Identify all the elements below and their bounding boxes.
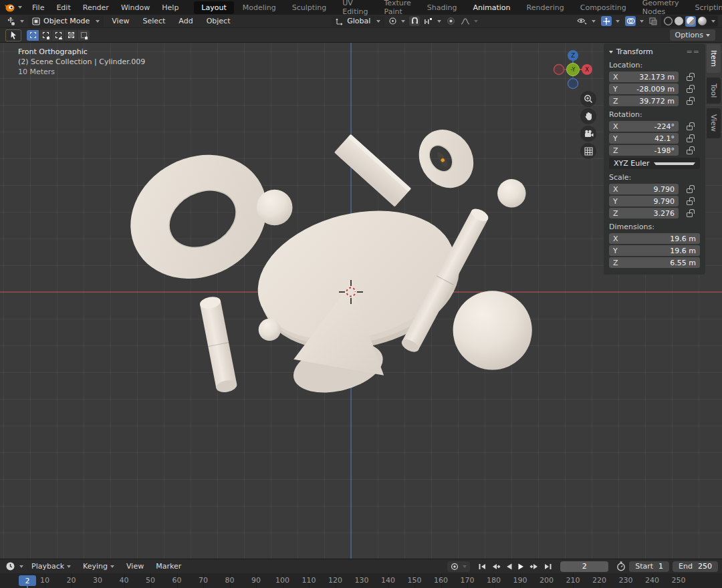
current-frame-marker[interactable]: 2 [19,575,36,586]
panel-drag-handle[interactable]: == [687,47,700,56]
gizmo-z-neg-axis[interactable] [568,79,578,89]
lock-open-icon[interactable] [687,188,693,193]
workspace-tab-rendering[interactable]: Rendering [519,1,572,14]
select-invert-button[interactable] [65,30,77,41]
snap-magnet-toggle[interactable] [409,16,420,26]
navigation-gizmo[interactable]: Z X -Y [552,48,594,91]
shading-solid-icon[interactable] [675,17,683,25]
rotation-z-field[interactable]: Z-198° [609,145,679,156]
current-frame-field[interactable]: 2 [560,561,608,572]
workspace-tab-layout[interactable]: Layout [194,1,233,14]
sphere-upper[interactable] [257,190,293,226]
shading-wireframe-icon[interactable] [664,17,673,25]
pivot-point-dropdown[interactable] [387,16,406,26]
rotation-x-field[interactable]: X-224° [609,121,679,132]
xray-toggle[interactable] [648,16,658,26]
editor-type-button[interactable] [4,16,25,27]
select-extend-button[interactable] [39,30,51,41]
gizmos-dropdown[interactable] [600,15,621,27]
lock-open-icon[interactable] [687,212,693,217]
lock-open-icon[interactable] [687,150,693,154]
select-set-button[interactable] [27,30,39,41]
menu-playback[interactable]: Playback [26,562,76,571]
sphere-right[interactable] [497,179,525,207]
camera-view-button[interactable] [580,126,596,142]
rotation-mode-dropdown[interactable]: XYZ Euler [609,158,700,169]
menu-view[interactable]: View [106,17,134,25]
zoom-button[interactable] [580,91,596,107]
sphere-large[interactable] [453,291,532,370]
shading-material-icon[interactable] [687,17,695,25]
workspace-tab-modeling[interactable]: Modeling [235,1,283,14]
tab-item[interactable]: Item [707,44,721,73]
lock-open-icon[interactable] [687,100,693,105]
menu-timeline-view[interactable]: View [121,562,149,571]
menu-object[interactable]: Object [201,17,236,25]
timeline-editor-type-button[interactable] [4,561,25,572]
menu-keying[interactable]: Keying [78,562,120,571]
box-slab[interactable] [334,134,411,207]
lock-open-icon[interactable] [687,126,693,130]
cylinder-left[interactable] [199,295,237,394]
auto-keyframe-toggle[interactable] [447,561,470,572]
pan-hand-button[interactable] [580,108,596,124]
gizmo-x-neg-axis[interactable] [554,65,564,75]
next-keyframe-button[interactable] [529,563,539,571]
menu-file[interactable]: File [26,3,50,12]
tab-tool[interactable]: Tool [707,78,721,104]
lock-open-icon[interactable] [687,200,693,205]
scale-x-field[interactable]: X9.790 [609,184,679,194]
workspace-tab-animation[interactable]: Animation [465,1,517,14]
menu-add[interactable]: Add [173,17,198,25]
menu-marker[interactable]: Marker [150,562,187,571]
select-subtract-button[interactable] [52,30,64,41]
workspace-tab-compositing[interactable]: Compositing [573,1,634,14]
menu-select[interactable]: Select [137,17,170,25]
dimensions-x-field[interactable]: X19.6 m [609,233,700,244]
scale-z-field[interactable]: Z3.276 [609,208,679,218]
menu-edit[interactable]: Edit [50,3,76,12]
select-intersect-button[interactable] [78,30,90,41]
workspace-tab-sculpting[interactable]: Sculpting [285,1,334,14]
jump-to-end-button[interactable] [544,563,552,571]
workspace-tab-shading[interactable]: Shading [420,1,465,14]
sphere-tiny[interactable] [259,319,281,341]
location-z-field[interactable]: Z39.772 m [609,96,679,106]
overlays-dropdown[interactable] [624,15,645,27]
blender-logo-icon[interactable] [4,3,22,13]
torus-small[interactable] [408,120,485,198]
shading-rendered-icon[interactable] [698,17,707,25]
menu-window[interactable]: Window [115,3,156,12]
mode-dropdown[interactable]: Object Mode [28,16,104,27]
jump-to-start-button[interactable] [478,563,487,571]
tweak-tool-button[interactable] [5,29,21,41]
rotation-y-field[interactable]: Y42.1° [609,133,679,144]
show-object-types-dropdown[interactable] [576,16,597,26]
lock-open-icon[interactable] [687,76,693,81]
transform-panel-header[interactable]: Transform == [609,47,700,56]
play-reverse-button[interactable] [505,563,513,571]
prev-keyframe-button[interactable] [491,563,501,571]
proportional-falloff-dropdown[interactable] [459,17,479,26]
timeline-ruler[interactable]: 2 10203040506070809010011012013014015016… [0,573,722,588]
menu-help[interactable]: Help [156,3,185,12]
location-x-field[interactable]: X32.173 m [609,71,679,82]
lock-open-icon[interactable] [687,138,693,142]
scale-y-field[interactable]: Y9.790 [609,196,679,206]
frame-end-field[interactable]: End250 [673,561,718,572]
options-dropdown[interactable]: Options [670,29,715,41]
location-y-field[interactable]: Y-28.009 m [609,84,679,94]
play-button[interactable] [517,563,525,571]
dimensions-z-field[interactable]: Z6.55 m [609,257,700,268]
tab-view[interactable]: View [707,108,721,138]
perspective-ortho-button[interactable] [580,143,596,159]
viewport-3d[interactable]: Front Orthographic (2) Scene Collection … [0,43,722,559]
proportional-editing-toggle[interactable] [445,16,457,26]
dimensions-y-field[interactable]: Y19.6 m [609,245,700,256]
menu-render[interactable]: Render [77,3,115,12]
snap-target-dropdown[interactable] [423,17,443,26]
transform-orientation-dropdown[interactable]: Global [332,16,384,27]
lock-open-icon[interactable] [687,88,693,93]
workspace-tab-scripting[interactable]: Scripting [688,1,722,14]
frame-start-field[interactable]: Start1 [629,561,669,572]
